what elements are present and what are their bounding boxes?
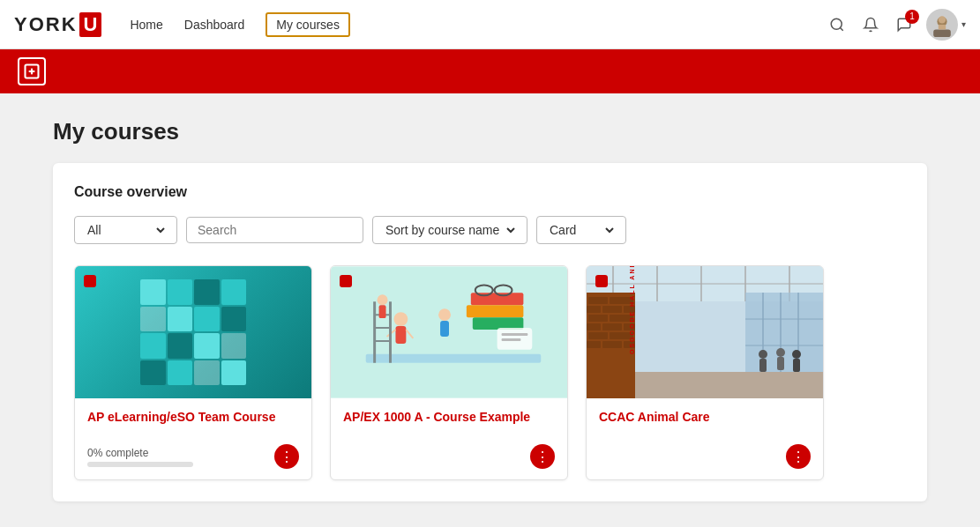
svg-point-20 (438, 308, 451, 321)
svg-rect-3 (933, 29, 951, 36)
search-input-wrapper[interactable] (186, 217, 363, 243)
svg-line-1 (840, 27, 842, 30)
red-toolbar (0, 49, 980, 93)
course-card-1-menu-button[interactable]: ⋮ (274, 444, 299, 469)
view-select[interactable]: Card List Summary (546, 222, 617, 238)
course-card-1-image (75, 266, 311, 398)
svg-point-16 (393, 312, 408, 326)
svg-rect-49 (587, 323, 601, 330)
all-filter-dropdown[interactable]: All In progress Completed (74, 216, 177, 244)
svg-point-0 (831, 19, 842, 29)
add-block-button[interactable] (18, 57, 46, 85)
course-card-3-menu-button[interactable]: ⋮ (786, 444, 811, 469)
svg-rect-17 (395, 326, 406, 344)
sort-select[interactable]: Sort by course name Sort by last accesse… (382, 222, 518, 238)
course-card-2-badge (340, 275, 352, 287)
nav-dashboard[interactable]: Dashboard (184, 18, 245, 32)
course-card-2: AP/EX 1000 A - Course Example ⋮ (330, 265, 568, 480)
user-avatar (926, 9, 958, 41)
nav-home[interactable]: Home (130, 18, 162, 32)
course-card-1-progress: 0% complete (87, 447, 266, 467)
all-filter-select[interactable]: All In progress Completed (84, 222, 168, 238)
search-button[interactable] (826, 13, 849, 36)
course-card-3-title[interactable]: CCAC Animal Care (599, 409, 811, 425)
view-dropdown[interactable]: Card List Summary (536, 216, 626, 244)
filter-row: All In progress Completed Sort by course… (74, 216, 906, 244)
svg-point-65 (759, 350, 767, 359)
svg-rect-5 (939, 25, 946, 30)
svg-rect-45 (602, 306, 622, 313)
nav-links: Home Dashboard My courses (130, 12, 826, 37)
svg-rect-68 (777, 357, 784, 370)
logo-york-text: YORK (14, 13, 78, 36)
svg-text:OSGOODE HALL AND: OSGOODE HALL AND (629, 266, 635, 354)
course-card-3-photo: OSGOODE HALL AND (587, 266, 823, 398)
course-card-2-illustration (331, 266, 567, 398)
svg-rect-12 (473, 317, 524, 330)
user-menu[interactable]: ▾ (926, 9, 966, 41)
course-card-1-progress-text: 0% complete (87, 447, 266, 459)
course-card-3-badge (595, 275, 608, 287)
course-card-1-graphic (140, 279, 246, 385)
svg-rect-50 (602, 323, 622, 330)
course-card-2-body: AP/EX 1000 A - Course Example (331, 398, 567, 444)
svg-rect-44 (587, 306, 601, 313)
sort-dropdown[interactable]: Sort by course name Sort by last accesse… (372, 216, 527, 244)
logo[interactable]: YORKU (14, 12, 101, 37)
svg-rect-42 (588, 297, 608, 304)
course-card-3: OSGOODE HALL AND (586, 265, 824, 480)
svg-rect-52 (588, 332, 608, 339)
svg-rect-31 (502, 333, 528, 336)
course-card-2-title[interactable]: AP/EX 1000 A - Course Example (343, 409, 555, 425)
svg-rect-11 (467, 305, 524, 317)
notification-button[interactable] (859, 13, 882, 36)
course-card-1-title[interactable]: AP eLearning/eSO Team Course (87, 409, 299, 425)
course-card-3-image: OSGOODE HALL AND (587, 266, 823, 398)
svg-point-69 (792, 350, 801, 359)
messages-wrapper: 1 (893, 13, 916, 36)
svg-point-67 (776, 348, 785, 357)
section-title: Course overview (74, 184, 906, 200)
logo-u: U (79, 12, 102, 37)
svg-rect-54 (587, 341, 601, 348)
svg-rect-55 (602, 341, 622, 348)
course-card-3-footer: ⋮ (587, 444, 823, 479)
course-overview-panel: Course overview All In progress Complete… (53, 163, 927, 501)
svg-point-4 (939, 16, 946, 23)
main-content: My courses Course overview All In progre… (0, 93, 980, 526)
user-chevron-icon: ▾ (961, 19, 966, 29)
course-card-1-footer: 0% complete ⋮ (75, 444, 311, 479)
svg-rect-66 (759, 359, 767, 372)
message-count-badge: 1 (905, 10, 919, 24)
courses-grid: AP eLearning/eSO Team Course 0% complete… (74, 265, 906, 480)
course-card-1-badge (84, 275, 96, 287)
svg-rect-32 (502, 338, 521, 341)
nav-my-courses[interactable]: My courses (266, 12, 350, 37)
course-card-2-image (331, 266, 567, 398)
top-navigation: YORKU Home Dashboard My courses 1 (0, 0, 980, 49)
course-card-1-progress-bar-bg (87, 462, 193, 467)
course-card-1-body: AP eLearning/eSO Team Course (75, 398, 311, 444)
svg-rect-70 (793, 359, 800, 372)
course-card-2-menu-button[interactable]: ⋮ (530, 444, 555, 469)
search-input[interactable] (198, 223, 352, 237)
nav-right-actions: 1 ▾ (826, 9, 966, 41)
course-card-1: AP eLearning/eSO Team Course 0% complete… (74, 265, 312, 480)
notification-wrapper (859, 13, 882, 36)
page-title: My courses (53, 118, 927, 145)
svg-point-28 (378, 294, 388, 305)
course-card-2-footer: ⋮ (331, 444, 567, 479)
course-card-3-body: CCAC Animal Care (587, 398, 823, 444)
svg-rect-22 (366, 354, 542, 363)
svg-rect-47 (588, 315, 608, 322)
svg-rect-58 (635, 372, 823, 398)
svg-rect-21 (440, 321, 449, 337)
svg-rect-29 (379, 305, 386, 318)
